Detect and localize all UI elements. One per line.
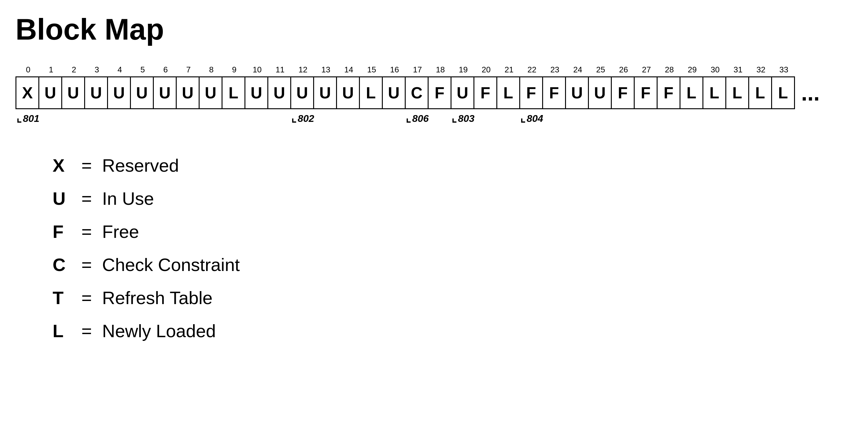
block-cell-30: L — [703, 78, 726, 108]
legend-item-t: T=Refresh Table — [53, 287, 852, 308]
block-cell-24: U — [566, 78, 589, 108]
legend-item-x: X=Reserved — [53, 155, 852, 176]
index-num-9: 9 — [223, 65, 246, 74]
bracket-label-802: 802 — [291, 112, 314, 125]
index-num-27: 27 — [635, 65, 658, 74]
index-num-13: 13 — [314, 65, 337, 74]
index-num-10: 10 — [246, 65, 269, 74]
index-num-33: 33 — [772, 65, 795, 74]
index-num-6: 6 — [154, 65, 177, 74]
legend-section: X=ReservedU=In UseF=FreeC=Check Constrai… — [16, 155, 852, 341]
index-num-22: 22 — [521, 65, 544, 74]
block-cell-31: L — [726, 78, 749, 108]
legend-equals-5: = — [78, 320, 96, 341]
legend-desc-f: Free — [102, 221, 139, 242]
legend-desc-u: In Use — [102, 188, 154, 209]
block-row-container: XUUUUUUUULUUUUULUCFUFLFFUUFFFLLLLL ... — [16, 76, 852, 109]
bracket-label-806: 806 — [406, 112, 429, 125]
block-cell-14: U — [337, 78, 360, 108]
index-num-23: 23 — [544, 65, 566, 74]
block-cell-20: F — [474, 78, 497, 108]
block-cell-6: U — [154, 78, 177, 108]
legend-item-u: U=In Use — [53, 188, 852, 209]
index-num-30: 30 — [704, 65, 726, 74]
block-cell-10: U — [245, 78, 268, 108]
index-num-12: 12 — [291, 65, 314, 74]
index-num-8: 8 — [200, 65, 223, 74]
block-cell-32: L — [749, 78, 772, 108]
block-cell-8: U — [199, 78, 222, 108]
index-num-28: 28 — [658, 65, 681, 74]
legend-letter-x: X — [53, 155, 78, 176]
index-num-7: 7 — [177, 65, 200, 74]
block-cell-25: U — [589, 78, 612, 108]
index-num-26: 26 — [612, 65, 635, 74]
block-cell-33: L — [772, 78, 795, 108]
index-num-16: 16 — [383, 65, 406, 74]
block-cell-19: U — [452, 78, 474, 108]
block-cell-4: U — [108, 78, 131, 108]
block-cell-16: U — [383, 78, 406, 108]
block-cell-18: F — [429, 78, 452, 108]
legend-letter-u: U — [53, 188, 78, 209]
block-cell-2: U — [62, 78, 85, 108]
index-num-4: 4 — [108, 65, 131, 74]
index-num-32: 32 — [749, 65, 772, 74]
legend-item-l: L=Newly Loaded — [53, 320, 852, 341]
index-num-31: 31 — [726, 65, 749, 74]
index-num-25: 25 — [589, 65, 612, 74]
legend-desc-l: Newly Loaded — [102, 320, 216, 341]
bracket-label-803: 803 — [452, 112, 474, 125]
index-num-2: 2 — [63, 65, 85, 74]
block-cell-26: F — [612, 78, 635, 108]
block-row: XUUUUUUUULUUUUULUCFUFLFFUUFFFLLLLL — [16, 76, 795, 109]
block-cell-9: L — [222, 78, 245, 108]
block-cell-3: U — [85, 78, 108, 108]
legend-letter-f: F — [53, 221, 78, 242]
block-map-section: 0123456789101112131415161718192021222324… — [16, 65, 852, 130]
block-cell-15: L — [360, 78, 383, 108]
legend-letter-l: L — [53, 320, 78, 341]
index-num-0: 0 — [17, 65, 40, 74]
legend-letter-t: T — [53, 287, 78, 308]
bracket-label-804: 804 — [520, 112, 543, 125]
block-cell-7: U — [177, 78, 199, 108]
index-num-29: 29 — [681, 65, 704, 74]
block-cell-23: F — [543, 78, 566, 108]
index-num-11: 11 — [269, 65, 291, 74]
legend-desc-t: Refresh Table — [102, 287, 213, 308]
block-cell-17: C — [406, 78, 429, 108]
block-cell-27: F — [635, 78, 658, 108]
block-cell-21: L — [497, 78, 520, 108]
block-cell-29: L — [680, 78, 703, 108]
legend-desc-c: Check Constraint — [102, 254, 240, 275]
legend-equals-4: = — [78, 287, 96, 308]
index-num-3: 3 — [85, 65, 108, 74]
block-cell-0: X — [17, 78, 39, 108]
page-title: Block Map — [16, 12, 852, 46]
legend-equals-0: = — [78, 155, 96, 176]
legend-desc-x: Reserved — [102, 155, 179, 176]
index-num-17: 17 — [406, 65, 429, 74]
ellipsis: ... — [795, 76, 826, 109]
index-num-1: 1 — [40, 65, 63, 74]
legend-letter-c: C — [53, 254, 78, 275]
legend-item-f: F=Free — [53, 221, 852, 242]
index-num-15: 15 — [360, 65, 383, 74]
legend-equals-1: = — [78, 188, 96, 209]
block-cell-5: U — [131, 78, 154, 108]
index-numbers-row: 0123456789101112131415161718192021222324… — [16, 65, 852, 74]
legend-equals-3: = — [78, 254, 96, 275]
index-num-5: 5 — [131, 65, 154, 74]
block-cell-22: F — [520, 78, 543, 108]
index-num-14: 14 — [337, 65, 360, 74]
bracket-label-801: 801 — [17, 112, 39, 125]
block-cell-12: U — [291, 78, 314, 108]
block-cell-1: U — [39, 78, 62, 108]
index-num-19: 19 — [452, 65, 475, 74]
index-num-18: 18 — [429, 65, 452, 74]
block-cell-13: U — [314, 78, 337, 108]
index-num-20: 20 — [475, 65, 498, 74]
index-num-24: 24 — [566, 65, 589, 74]
legend-item-c: C=Check Constraint — [53, 254, 852, 275]
